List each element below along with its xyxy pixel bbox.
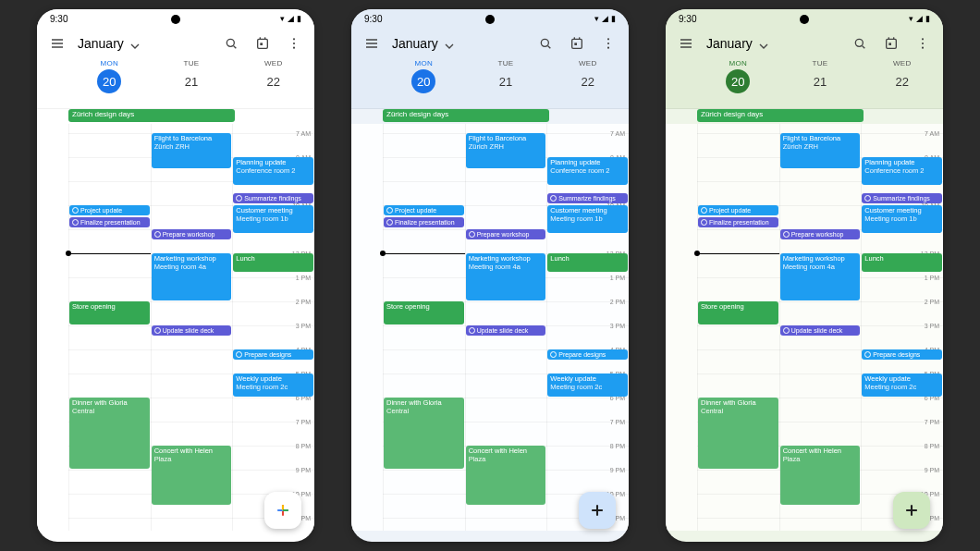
today-icon[interactable] bbox=[566, 32, 588, 55]
more-icon[interactable] bbox=[283, 32, 305, 55]
event-location: Meeting room 1b bbox=[550, 215, 625, 224]
task-chip[interactable]: Summarize findings bbox=[233, 193, 313, 203]
day-header-mon[interactable]: Mon20 bbox=[697, 59, 779, 108]
create-event-fab[interactable] bbox=[579, 492, 616, 529]
calendar-event[interactable]: Marketing workshopMeeting room 4a bbox=[466, 253, 546, 300]
task-chip[interactable]: Prepare workshop bbox=[780, 229, 861, 239]
create-event-fab[interactable] bbox=[893, 492, 930, 529]
event-location: Zürich ZRH bbox=[469, 143, 544, 152]
dropdown-icon bbox=[128, 39, 137, 48]
task-chip[interactable]: Project update bbox=[69, 205, 150, 215]
calendar-event[interactable]: Concert with HelenPlaza bbox=[466, 446, 546, 505]
task-chip[interactable]: Finalize presentation bbox=[698, 217, 778, 227]
event-title: Lunch bbox=[550, 255, 625, 263]
day-header-wed[interactable]: Wed22 bbox=[861, 59, 943, 108]
day-of-week: Mon bbox=[68, 59, 151, 67]
calendar-event[interactable]: Planning updateConference room 2 bbox=[233, 157, 313, 185]
wifi-icon: ▾ bbox=[909, 14, 913, 23]
day-header-mon[interactable]: Mon20 bbox=[68, 59, 151, 108]
menu-icon[interactable] bbox=[361, 32, 383, 55]
calendar-event[interactable]: Marketing workshopMeeting room 4a bbox=[780, 253, 861, 300]
calendar-event[interactable]: Flight to BarcelonaZürich ZRH bbox=[152, 133, 232, 168]
now-indicator-dot bbox=[66, 251, 71, 256]
phone-mockup-0: 9:30▾◢▮JanuaryMon20Tue21Wed22Zürich desi… bbox=[37, 9, 314, 542]
task-chip[interactable]: Project update bbox=[698, 205, 778, 215]
search-icon[interactable] bbox=[849, 32, 871, 55]
hour-label: 1 PM bbox=[925, 275, 939, 281]
calendar-event[interactable]: Dinner with GloriaCentral bbox=[698, 398, 778, 469]
calendar-event[interactable]: Weekly updateMeeting room 2c bbox=[862, 373, 942, 397]
hour-label: 9 PM bbox=[610, 467, 625, 473]
calendar-event[interactable]: Customer meetingMeeting room 1b bbox=[233, 205, 313, 233]
calendar-event[interactable]: Customer meetingMeeting room 1b bbox=[862, 205, 942, 233]
calendar-event[interactable]: Weekly updateMeeting room 2c bbox=[547, 373, 628, 397]
more-icon[interactable] bbox=[912, 32, 934, 55]
calendar-grid[interactable]: 7 AM8 AM9 AM10 AM11 AM12 PM1 PM2 PM3 PM4… bbox=[351, 124, 629, 531]
task-chip[interactable]: Project update bbox=[384, 205, 464, 215]
allday-event[interactable]: Zürich design days bbox=[697, 109, 864, 122]
task-title: Prepare designs bbox=[244, 351, 291, 358]
task-chip[interactable]: Prepare designs bbox=[862, 349, 942, 360]
calendar-event[interactable]: Customer meetingMeeting room 1b bbox=[547, 205, 628, 233]
allday-event[interactable]: Zürich design days bbox=[383, 109, 549, 122]
more-icon[interactable] bbox=[597, 32, 619, 55]
task-chip[interactable]: Prepare workshop bbox=[152, 229, 232, 239]
task-title: Update slide deck bbox=[163, 327, 214, 334]
calendar-event[interactable]: Concert with HelenPlaza bbox=[152, 446, 232, 505]
month-dropdown[interactable]: January bbox=[78, 36, 211, 51]
hour-label: 3 PM bbox=[925, 323, 939, 329]
day-header-tue[interactable]: Tue21 bbox=[151, 59, 233, 108]
task-chip[interactable]: Update slide deck bbox=[152, 325, 232, 336]
task-chip[interactable]: Finalize presentation bbox=[69, 217, 150, 227]
event-location: Plaza bbox=[154, 456, 229, 464]
allday-event[interactable]: Zürich design days bbox=[68, 109, 235, 122]
calendar-event[interactable]: Lunch bbox=[547, 253, 628, 272]
calendar-event[interactable]: Lunch bbox=[862, 253, 942, 272]
calendar-event[interactable]: Lunch bbox=[233, 253, 313, 272]
search-icon[interactable] bbox=[220, 32, 242, 55]
day-header-wed[interactable]: Wed22 bbox=[546, 59, 629, 108]
calendar-event[interactable]: Marketing workshopMeeting room 4a bbox=[152, 253, 232, 300]
task-chip[interactable]: Summarize findings bbox=[862, 193, 942, 203]
task-chip[interactable]: Update slide deck bbox=[780, 325, 861, 336]
calendar-event[interactable]: Dinner with GloriaCentral bbox=[69, 398, 150, 469]
hour-label: 7 PM bbox=[925, 419, 939, 425]
svg-point-0 bbox=[227, 39, 234, 46]
task-chip[interactable]: Summarize findings bbox=[547, 193, 628, 203]
today-icon[interactable] bbox=[251, 32, 274, 55]
calendar-grid[interactable]: 7 AM8 AM9 AM10 AM11 AM12 PM1 PM2 PM3 PM4… bbox=[37, 124, 314, 531]
calendar-event[interactable]: Concert with HelenPlaza bbox=[780, 446, 861, 505]
day-header-mon[interactable]: Mon20 bbox=[383, 59, 465, 108]
calendar-event[interactable]: Planning updateConference room 2 bbox=[862, 157, 942, 185]
calendar-event[interactable]: Flight to BarcelonaZürich ZRH bbox=[466, 133, 546, 168]
task-title: Project update bbox=[709, 207, 751, 214]
calendar-event[interactable]: Planning updateConference room 2 bbox=[547, 157, 628, 185]
today-icon[interactable] bbox=[880, 32, 902, 55]
calendar-event[interactable]: Flight to BarcelonaZürich ZRH bbox=[780, 133, 861, 168]
menu-icon[interactable] bbox=[46, 32, 68, 55]
task-chip[interactable]: Update slide deck bbox=[466, 325, 546, 336]
search-icon[interactable] bbox=[534, 32, 557, 55]
calendar-event[interactable]: Store opening bbox=[69, 301, 150, 324]
event-location: Meeting room 2c bbox=[864, 384, 939, 392]
task-chip[interactable]: Prepare designs bbox=[547, 349, 628, 360]
day-header-wed[interactable]: Wed22 bbox=[232, 59, 314, 108]
task-chip[interactable]: Prepare designs bbox=[233, 349, 313, 360]
calendar-event[interactable]: Dinner with GloriaCentral bbox=[384, 398, 464, 469]
calendar-event[interactable]: Weekly updateMeeting room 2c bbox=[233, 373, 313, 397]
calendar-grid[interactable]: 7 AM8 AM9 AM10 AM11 AM12 PM1 PM2 PM3 PM4… bbox=[666, 124, 943, 531]
day-header-tue[interactable]: Tue21 bbox=[465, 59, 547, 108]
status-time: 9:30 bbox=[50, 14, 67, 24]
create-event-fab[interactable] bbox=[264, 492, 301, 529]
task-chip[interactable]: Prepare workshop bbox=[466, 229, 546, 239]
svg-rect-19 bbox=[893, 37, 894, 40]
task-chip[interactable]: Finalize presentation bbox=[384, 217, 464, 227]
calendar-event[interactable]: Store opening bbox=[698, 301, 778, 324]
day-header-row: Mon20Tue21Wed22 bbox=[351, 59, 629, 109]
month-dropdown[interactable]: January bbox=[392, 36, 525, 51]
calendar-event[interactable]: Store opening bbox=[384, 301, 464, 324]
month-dropdown[interactable]: January bbox=[706, 36, 839, 51]
day-header-tue[interactable]: Tue21 bbox=[779, 59, 862, 108]
menu-icon[interactable] bbox=[675, 32, 697, 55]
event-location: Zürich ZRH bbox=[154, 143, 229, 152]
